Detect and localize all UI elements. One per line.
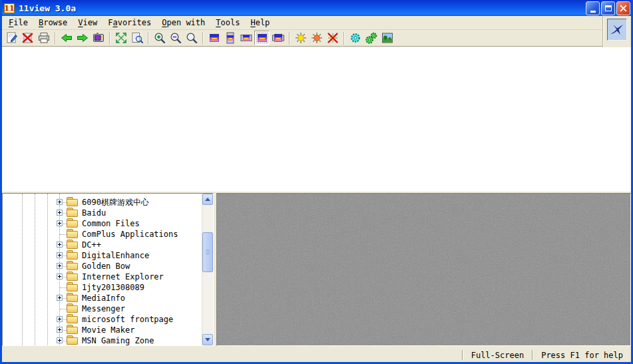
folder-icon — [67, 327, 78, 334]
back-button[interactable] — [59, 31, 74, 45]
minimize-button[interactable] — [586, 1, 600, 15]
view-original-icon — [208, 31, 221, 45]
batch-gears-icon — [365, 31, 378, 45]
delete-file-icon — [21, 31, 35, 45]
pointer-tool-button[interactable] — [607, 19, 627, 41]
reset-enhance-icon — [326, 31, 339, 45]
browser-pane: 6090棋牌游戏中心 Baidu Common Files ComPlus Ap… — [2, 192, 631, 348]
menu-tools[interactable]: Tools — [210, 17, 245, 28]
folder-icon — [67, 316, 78, 323]
tree-item[interactable]: MediaInfo — [3, 293, 202, 303]
menu-favorites[interactable]: Favorites — [103, 17, 156, 28]
side-toolbar — [602, 16, 631, 47]
tree-item[interactable]: microsoft frontpage — [3, 314, 202, 325]
statusbar: Full-Screen Press F1 for help — [2, 348, 631, 362]
scrollbar-thumb[interactable] — [202, 232, 213, 272]
tree-item[interactable]: DC++ — [3, 240, 202, 250]
settings-button[interactable] — [347, 31, 363, 45]
app-icon[interactable]: 11 — [4, 3, 15, 13]
zoom-in-icon — [153, 31, 166, 45]
tree-item[interactable]: DigitalEnhance — [3, 250, 202, 261]
tree-item[interactable]: Movie Maker — [3, 325, 202, 335]
menu-open-with[interactable]: Open with — [156, 17, 210, 28]
view-fit-window-button[interactable] — [254, 31, 270, 45]
toolbar — [2, 30, 602, 47]
tree-item[interactable]: Internet Explorer — [3, 272, 202, 282]
batch-convert-button[interactable] — [363, 31, 379, 45]
preview-page-button[interactable] — [129, 31, 144, 45]
folder-icon — [67, 337, 78, 345]
contrast-button[interactable] — [309, 31, 324, 45]
view-fit-width-icon — [240, 31, 253, 45]
expand-icon[interactable] — [57, 327, 63, 333]
menu-browse[interactable]: Browse — [33, 17, 73, 28]
expand-icon[interactable] — [57, 220, 63, 226]
view-fit-height-button[interactable] — [222, 31, 238, 45]
tree-item[interactable]: Golden Bow — [3, 261, 202, 272]
titlebar[interactable]: 11 11view 3.0a — [0, 0, 633, 16]
menu-view[interactable]: View — [73, 17, 103, 28]
expand-icon[interactable] — [57, 316, 63, 322]
maximize-button[interactable] — [601, 1, 615, 15]
scroll-up-button[interactable] — [202, 194, 213, 205]
print-button[interactable] — [36, 31, 51, 45]
expand-icon[interactable] — [57, 263, 63, 269]
expand-icon[interactable] — [57, 252, 63, 258]
brightness-button[interactable] — [293, 31, 308, 45]
tree-item[interactable]: ComPlus Applications — [3, 229, 202, 240]
expand-icon[interactable] — [57, 199, 63, 205]
folder-icon — [67, 295, 78, 302]
tree-item[interactable]: Messenger — [3, 303, 202, 314]
magnifier-icon — [185, 31, 198, 45]
view-fit-width-button[interactable] — [238, 31, 254, 45]
menu-file[interactable]: File — [3, 17, 33, 28]
magnifier-button[interactable] — [184, 31, 199, 45]
wallpaper-button[interactable] — [379, 31, 395, 45]
arrow-down-icon — [205, 338, 210, 344]
forward-button[interactable] — [75, 31, 90, 45]
toolbar-separator — [289, 32, 290, 45]
scroll-down-button[interactable] — [202, 334, 213, 345]
slideshow-icon — [92, 31, 105, 45]
edit-file-button[interactable] — [4, 31, 19, 45]
tree-item-label: 1jty201308089 — [82, 282, 144, 293]
view-fit-desktop-icon — [272, 31, 285, 45]
zoom-in-button[interactable] — [152, 31, 167, 45]
tree-item[interactable]: 1jty201308089 — [3, 282, 202, 293]
tree-scrollbar[interactable] — [202, 194, 213, 345]
delete-file-button[interactable] — [20, 31, 35, 45]
expand-icon[interactable] — [57, 273, 63, 279]
view-fit-desktop-button[interactable] — [270, 31, 286, 45]
expand-icon[interactable] — [57, 295, 63, 301]
tree-item[interactable]: Baidu — [3, 208, 202, 218]
menu-help[interactable]: Help — [245, 17, 275, 28]
tree-item[interactable]: Common Files — [3, 218, 202, 229]
close-button[interactable] — [616, 1, 630, 15]
fit-window-button[interactable] — [113, 31, 128, 45]
folder-icon — [67, 252, 78, 260]
tree-item[interactable]: MSN Gaming Zone — [3, 335, 202, 346]
view-original-button[interactable] — [206, 31, 222, 45]
tree-item-label: DC++ — [82, 240, 101, 250]
settings-gear-icon — [349, 31, 362, 45]
menubar: File Browse View Favorites Open with Too… — [2, 16, 602, 30]
arrow-up-icon — [205, 195, 210, 201]
reset-enhance-button[interactable] — [325, 31, 340, 45]
expand-icon[interactable] — [57, 242, 63, 248]
expand-icon[interactable] — [57, 337, 63, 343]
slideshow-button[interactable] — [91, 31, 106, 45]
brightness-sun-icon — [294, 31, 308, 45]
statusbar-fullscreen: Full-Screen — [463, 351, 532, 360]
folder-icon — [67, 242, 78, 249]
tree-item[interactable]: 6090棋牌游戏中心 — [3, 197, 202, 208]
fit-window-icon — [114, 31, 128, 45]
folder-icon — [67, 231, 78, 238]
expand-icon[interactable] — [57, 210, 63, 216]
tree-item-label: MSN Gaming Zone — [82, 335, 154, 346]
tree-item-label: Golden Bow — [82, 261, 130, 272]
folder-icon — [67, 305, 78, 313]
statusbar-help-hint: Press F1 for help — [533, 351, 631, 360]
tree-item-label: ComPlus Applications — [82, 229, 178, 240]
zoom-out-button[interactable] — [168, 31, 183, 45]
tree-item-label: Baidu — [82, 208, 106, 218]
